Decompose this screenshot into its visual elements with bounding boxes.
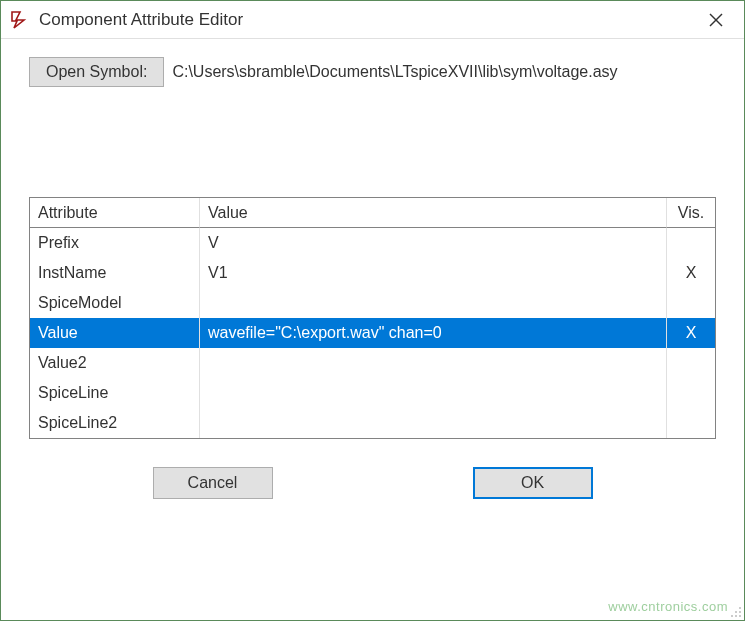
table-row[interactable]: SpiceModel — [30, 288, 715, 318]
cell-attribute[interactable]: SpiceLine2 — [30, 408, 200, 438]
dialog-button-row: Cancel OK — [29, 439, 716, 521]
app-icon — [9, 9, 31, 31]
cell-attribute[interactable]: Value2 — [30, 348, 200, 378]
svg-point-7 — [739, 615, 741, 617]
window-title: Component Attribute Editor — [39, 10, 696, 30]
cell-vis[interactable] — [667, 408, 715, 438]
header-value[interactable]: Value — [200, 198, 667, 228]
cancel-button[interactable]: Cancel — [153, 467, 273, 499]
cell-value[interactable] — [200, 348, 667, 378]
titlebar: Component Attribute Editor — [1, 1, 744, 39]
cell-vis[interactable] — [667, 288, 715, 318]
svg-point-2 — [739, 607, 741, 609]
svg-point-5 — [731, 615, 733, 617]
resize-grip-icon[interactable] — [728, 604, 742, 618]
cell-attribute[interactable]: Value — [30, 318, 200, 348]
cell-vis[interactable]: X — [667, 258, 715, 288]
table-row[interactable]: SpiceLine2 — [30, 408, 715, 438]
table-row[interactable]: Valuewavefile="C:\export.wav" chan=0X — [30, 318, 715, 348]
svg-point-3 — [735, 611, 737, 613]
close-button[interactable] — [696, 5, 736, 35]
cell-vis[interactable] — [667, 348, 715, 378]
cell-value[interactable]: V — [200, 228, 667, 258]
table-body: PrefixVInstNameV1XSpiceModelValuewavefil… — [30, 228, 715, 438]
cell-attribute[interactable]: SpiceLine — [30, 378, 200, 408]
close-icon — [709, 13, 723, 27]
symbol-path-text: C:\Users\sbramble\Documents\LTspiceXVII\… — [172, 63, 617, 81]
watermark-text: www.cntronics.com — [608, 599, 728, 614]
table-header-row: Attribute Value Vis. — [30, 198, 715, 228]
table-row[interactable]: InstNameV1X — [30, 258, 715, 288]
cell-attribute[interactable]: InstName — [30, 258, 200, 288]
table-row[interactable]: SpiceLine — [30, 378, 715, 408]
cell-attribute[interactable]: Prefix — [30, 228, 200, 258]
cell-value[interactable] — [200, 378, 667, 408]
svg-point-6 — [735, 615, 737, 617]
cell-value[interactable] — [200, 288, 667, 318]
open-symbol-row: Open Symbol: C:\Users\sbramble\Documents… — [29, 57, 716, 87]
cell-vis[interactable] — [667, 378, 715, 408]
dialog-content: Open Symbol: C:\Users\sbramble\Documents… — [1, 39, 744, 620]
cell-attribute[interactable]: SpiceModel — [30, 288, 200, 318]
table-row[interactable]: Value2 — [30, 348, 715, 378]
ok-button[interactable]: OK — [473, 467, 593, 499]
cell-vis[interactable] — [667, 228, 715, 258]
header-attribute[interactable]: Attribute — [30, 198, 200, 228]
cell-value[interactable]: V1 — [200, 258, 667, 288]
open-symbol-button[interactable]: Open Symbol: — [29, 57, 164, 87]
attribute-table: Attribute Value Vis. PrefixVInstNameV1XS… — [29, 197, 716, 439]
cell-value[interactable] — [200, 408, 667, 438]
table-row[interactable]: PrefixV — [30, 228, 715, 258]
cell-vis[interactable]: X — [667, 318, 715, 348]
header-vis[interactable]: Vis. — [667, 198, 715, 228]
cell-value[interactable]: wavefile="C:\export.wav" chan=0 — [200, 318, 667, 348]
svg-point-4 — [739, 611, 741, 613]
